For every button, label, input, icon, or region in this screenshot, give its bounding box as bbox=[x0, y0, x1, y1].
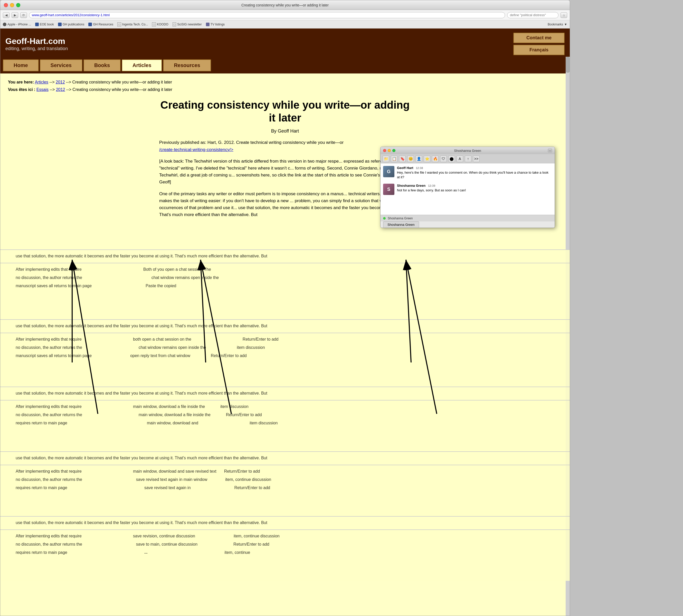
bookmark-tv[interactable]: TV listings bbox=[206, 23, 225, 26]
shoshanna-message-time: 12:39 bbox=[428, 184, 435, 187]
shoshanna-avatar: S bbox=[383, 184, 394, 195]
im-tool-shield[interactable]: 🛡 bbox=[440, 155, 447, 162]
scrollbar-thumb[interactable] bbox=[566, 57, 570, 72]
im-close-button[interactable] bbox=[383, 149, 386, 152]
ghost-page-5: use that solution, the more automatic it… bbox=[0, 387, 570, 400]
bookmarks-menu[interactable]: Bookmarks ▼ bbox=[548, 23, 567, 26]
site-logo: Geoff-Hart.com editing, writing, and tra… bbox=[5, 37, 68, 51]
forward-button[interactable]: ▶ bbox=[12, 12, 18, 18]
bookmark-gh-pub[interactable]: GH publications bbox=[58, 23, 85, 26]
articles-link[interactable]: Articles bbox=[35, 80, 48, 84]
ghost-page-9: use that solution, the more automatic it… bbox=[0, 516, 570, 529]
im-tool-3[interactable]: 🔖 bbox=[399, 155, 406, 162]
page-icon: □ bbox=[173, 22, 176, 26]
im-tool-star[interactable]: ⭐ bbox=[424, 155, 430, 162]
bookmark-apple[interactable]: Apple - iPhone ... bbox=[3, 23, 31, 26]
nav-home[interactable]: Home bbox=[3, 59, 39, 71]
im-title-bar: Shoshanna Green — bbox=[381, 147, 554, 154]
geoff-message-time: 12:38 bbox=[416, 167, 423, 170]
bookmark-gh-res[interactable]: GH Resources bbox=[88, 23, 113, 26]
nav-bar: Home Services Books Articles Resources bbox=[0, 59, 570, 73]
im-window: Shoshanna Green — 📁 📋 🔖 😊 👤 ⭐ 🔥 🛡 ⬤ A ↑ … bbox=[380, 147, 555, 228]
book-icon bbox=[35, 23, 39, 26]
essais-link[interactable]: Essais bbox=[37, 87, 48, 92]
geoff-avatar: G bbox=[383, 166, 394, 177]
year-link-fr[interactable]: 2012 bbox=[56, 87, 65, 92]
browser-window: Creating consistency while you write—or … bbox=[0, 0, 570, 616]
im-tool-contact[interactable]: 👤 bbox=[415, 155, 422, 162]
bookmark-scisig[interactable]: □ SciSIG newsletter bbox=[173, 22, 202, 26]
im-tool-circle[interactable]: ⬤ bbox=[448, 155, 455, 162]
nav-services[interactable]: Services bbox=[40, 59, 83, 71]
im-tool-fire[interactable]: 🔥 bbox=[432, 155, 438, 162]
ghost-page-8: After implementing edits that require ma… bbox=[0, 465, 570, 516]
bookmark-ingenta[interactable]: □ Ingenta Tech. Co... bbox=[117, 22, 148, 26]
im-title: Shoshanna Green bbox=[454, 149, 481, 153]
im-minimize-button[interactable] bbox=[388, 149, 391, 152]
french-button[interactable]: Français bbox=[513, 45, 565, 55]
geoff-message-text: Hey, here's the file I wanted you to com… bbox=[397, 170, 552, 180]
im-maximize-button[interactable] bbox=[392, 149, 395, 152]
breadcrumb-en: You are here: Articles --> 2012 --> Crea… bbox=[8, 79, 562, 86]
title-bar: Creating consistency while you write—or … bbox=[0, 0, 570, 10]
ghost-page-4: After implementing edits that require bo… bbox=[0, 333, 570, 387]
apple-icon bbox=[3, 23, 6, 26]
nav-resources[interactable]: Resources bbox=[163, 59, 211, 71]
bookmark-eoe[interactable]: EOE book bbox=[35, 23, 54, 26]
search-input[interactable] bbox=[507, 12, 559, 18]
refresh-icon[interactable]: ⟳ bbox=[20, 12, 27, 18]
article-body: Previously published as: Hart, G. 2012. … bbox=[159, 139, 411, 218]
im-toolbar: 📁 📋 🔖 😊 👤 ⭐ 🔥 🛡 ⬤ A ↑ >> bbox=[381, 154, 554, 163]
article-title: Creating consistency while you write—or … bbox=[159, 98, 411, 125]
ghost-page-2: After implementing edits that require Bo… bbox=[0, 263, 570, 319]
bookmark-koodo[interactable]: □ KOODO bbox=[152, 22, 168, 26]
im-tool-emoji[interactable]: 😊 bbox=[407, 155, 414, 162]
minimize-button[interactable] bbox=[10, 3, 14, 7]
site-tagline: editing, writing, and translation bbox=[5, 46, 68, 51]
book-icon bbox=[58, 23, 62, 26]
back-button[interactable]: ◀ bbox=[3, 12, 9, 18]
ghost-page-1: use that solution, the more automatic it… bbox=[0, 249, 570, 263]
site-header: Geoff-Hart.com editing, writing, and tra… bbox=[0, 28, 570, 59]
im-message-geoff: G Geoff Hart 12:38 Hey, here's the file … bbox=[383, 166, 552, 180]
ghost-page-7: use that solution, the more automatic it… bbox=[0, 452, 570, 465]
traffic-lights bbox=[4, 3, 20, 7]
book-icon bbox=[88, 23, 92, 26]
url-input[interactable] bbox=[29, 12, 505, 18]
im-tool-more[interactable]: >> bbox=[473, 155, 480, 162]
site-name: Geoff-Hart.com bbox=[5, 37, 68, 46]
im-message-shoshanna: S Shoshanna Green 12:39 Not for a few da… bbox=[383, 184, 552, 195]
breadcrumb: You are here: Articles --> 2012 --> Crea… bbox=[0, 73, 570, 96]
shoshanna-sender-name: Shoshanna Green 12:39 bbox=[397, 184, 466, 188]
im-tab[interactable]: Shoshanna Green bbox=[383, 221, 419, 227]
breadcrumb-fr: Vous êtes ici : Essais --> 2012 --> Crea… bbox=[8, 86, 562, 93]
im-tool-2[interactable]: 📋 bbox=[391, 155, 397, 162]
maximize-button[interactable] bbox=[16, 3, 20, 7]
header-buttons: Contact me Français bbox=[513, 32, 565, 55]
page-icon: □ bbox=[152, 22, 156, 26]
article-link[interactable]: /create-technical-writing-consistency/> bbox=[159, 147, 233, 152]
contact-button[interactable]: Contact me bbox=[513, 32, 565, 43]
im-collapse-button[interactable]: — bbox=[548, 149, 552, 152]
im-status-name: Shoshanna Green bbox=[388, 217, 413, 220]
published-note: Previously published as: Hart, G. 2012. … bbox=[159, 139, 411, 153]
im-tool-1[interactable]: 📁 bbox=[383, 155, 389, 162]
ghost-pages: use that solution, the more automatic it… bbox=[0, 249, 570, 609]
im-tool-font[interactable]: A bbox=[457, 155, 463, 162]
ghost-page-3: use that solution, the more automatic it… bbox=[0, 319, 570, 333]
im-tool-up[interactable]: ↑ bbox=[465, 155, 472, 162]
lookback-para: [A look back: The Techwhirl version of t… bbox=[159, 158, 411, 186]
im-tab-bar: Shoshanna Green bbox=[381, 221, 554, 227]
shoshanna-message-content: Shoshanna Green 12:39 Not for a few days… bbox=[397, 184, 466, 193]
home-button[interactable]: ⌂ bbox=[561, 12, 567, 18]
current-page-en: Creating consistency while you write—or … bbox=[72, 80, 172, 84]
nav-books[interactable]: Books bbox=[84, 59, 121, 71]
im-traffic-lights bbox=[383, 149, 395, 152]
year-link-en[interactable]: 2012 bbox=[56, 80, 65, 84]
im-status-indicator bbox=[383, 217, 386, 220]
nav-articles[interactable]: Articles bbox=[122, 59, 162, 71]
shoshanna-message-text: Not for a few days, sorry. But as soon a… bbox=[397, 188, 466, 193]
close-button[interactable] bbox=[4, 3, 8, 7]
primary-tasks-para: One of the primary tasks any writer or e… bbox=[159, 190, 411, 218]
geoff-sender-name: Geoff Hart 12:38 bbox=[397, 166, 552, 170]
